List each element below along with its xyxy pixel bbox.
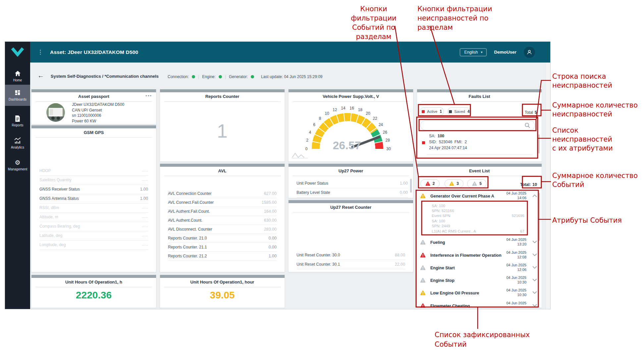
sidebar-item-analytics[interactable]: Analytics [5, 133, 30, 154]
sidebar-item-label: Management [8, 167, 27, 171]
scrollbar-thumb[interactable] [538, 134, 540, 154]
card-title: Faults List [417, 94, 542, 99]
asset-type: CAN UP/ Genset [72, 108, 124, 113]
app-window: Home Dashboards Reports Analytics [5, 41, 551, 309]
warning-triangle-red-icon [420, 252, 426, 258]
divider [293, 212, 409, 212]
row-label: Compass Bearing, deg [39, 224, 80, 229]
card-strip [289, 89, 413, 92]
reports-icon [14, 115, 21, 122]
chevron-down-icon[interactable] [532, 240, 537, 243]
home-icon [14, 70, 21, 77]
chevron-down-icon[interactable] [532, 266, 537, 269]
row-value: 0.00 [269, 245, 277, 249]
chevron-down-icon[interactable] [532, 291, 537, 294]
total-value: 5 [535, 110, 537, 115]
scrollbar-thumb[interactable] [410, 179, 412, 193]
event-date: 04 Jun 2025 [506, 288, 526, 292]
events-filter-info-button[interactable]: 5 [467, 179, 487, 188]
filter-label: Active [427, 110, 437, 113]
sidebar-item-label: Reports [12, 123, 23, 127]
sparkline-icon[interactable] [291, 151, 311, 159]
chevron-up-icon[interactable] [532, 194, 537, 198]
sidebar-item-label: Dashboards [9, 98, 27, 101]
status-dot-connection [192, 75, 195, 78]
event-attr-sa: SA: 100 [432, 204, 445, 208]
analytics-icon [14, 137, 21, 144]
divider: | [225, 74, 226, 79]
divider [293, 101, 409, 102]
sidebar-item-reports[interactable]: Reports [5, 112, 30, 130]
row-value: 88.00 [395, 253, 405, 257]
divider [35, 101, 152, 102]
chevron-down-icon[interactable] [532, 278, 537, 282]
scrollbar-track[interactable] [546, 63, 550, 309]
row-label: AVL Connect.Fail.Counter [168, 200, 214, 205]
sidebar-item-dashboards[interactable]: Dashboards [5, 85, 30, 106]
svg-text:14: 14 [341, 106, 346, 110]
search-icon[interactable] [524, 122, 530, 128]
svg-text:18: 18 [358, 108, 363, 112]
annotation-faults-list: Список неисправностей с их атрибутами [552, 126, 613, 153]
event-title: Interference in Flowmeter Operation [430, 253, 502, 258]
row-label: AVL Connection Counter [168, 191, 211, 196]
chevron-down-icon[interactable] [532, 304, 537, 307]
row-value: 1585.00 [262, 200, 277, 205]
events-filter-warning-button[interactable]: 3 [445, 179, 463, 188]
divider [421, 176, 538, 176]
chevron-down-icon[interactable] [532, 253, 537, 256]
card-strip [31, 89, 156, 92]
divider [164, 176, 281, 176]
card-avl: AVL AVL Connection Counter627.00 AVL Con… [160, 163, 285, 272]
annotation-events-list: Список зафиксированных Событий [435, 330, 530, 349]
divider [421, 101, 538, 102]
row-label: Latitude, deg [39, 233, 62, 238]
ellipsis-menu-icon[interactable]: ••• [145, 93, 152, 98]
card-gsm-gps: GSM GPS HDOP---- Satellites Quantity----… [31, 125, 156, 272]
avatar[interactable] [524, 47, 535, 58]
row-label: Unit Power Status [296, 181, 328, 186]
row-label: AVL Authent.Count. [168, 218, 202, 223]
row-value: 164.00 [264, 209, 277, 214]
app-logo[interactable] [5, 42, 30, 62]
asset-serial: sn 11001000006 [72, 113, 124, 118]
sidebar-item-management[interactable]: ⚙ Management [5, 155, 30, 175]
table-row: Satellites Quantity---- [39, 175, 148, 185]
svg-text:26: 26 [383, 130, 388, 135]
username[interactable]: DemoUser [494, 50, 516, 55]
table-row: Longitude, deg---- [39, 240, 148, 250]
events-filter-critical-button[interactable]: 2 [420, 179, 440, 188]
svg-text:16: 16 [349, 106, 354, 110]
divider [35, 137, 152, 138]
faults-filter-active-button[interactable]: Active 1 [420, 107, 444, 116]
scrollbar-thumb[interactable] [538, 193, 540, 241]
event-time: 14:06 [517, 196, 526, 200]
reports-counter-value: 1 [160, 120, 285, 142]
kebab-menu-icon[interactable]: ⋮ [37, 49, 43, 56]
faults-filter-saved-button[interactable]: Saved 4 [448, 107, 471, 116]
event-date: 04 Jun 2025 [506, 250, 526, 254]
card-asset-passport: Asset passport ••• JDeer UX32/DATAKOM D5… [31, 89, 156, 124]
status-label: Generator: [229, 74, 248, 79]
annotation-faults-total: Суммарное количество неисправностей [552, 101, 638, 119]
divider [164, 287, 281, 287]
card-title: Unit Hours Of Operation1, hour [160, 280, 285, 285]
warning-triangle-yellow-icon [420, 290, 426, 295]
content: ← System Self-Diagnostics / *Communicati… [30, 63, 550, 309]
card-title: AVL [160, 168, 285, 173]
warning-triangle-red-icon [425, 181, 430, 186]
row-value: 630.00 [264, 218, 277, 223]
fault-sid-fmi: SID: 523046 FMI: 2 [429, 140, 467, 144]
sidebar-item-home[interactable]: Home [5, 67, 30, 85]
language-select[interactable]: English ▾ [460, 48, 487, 56]
svg-text:12: 12 [333, 108, 337, 112]
table-row: GNSS Receiver Status1.00 [39, 185, 148, 194]
card-strip [160, 164, 285, 167]
event-time: 10:30 [517, 280, 526, 284]
gear-icon: ⚙ [14, 159, 21, 166]
row-value: 22.00 [395, 262, 405, 267]
faults-search-input[interactable] [420, 120, 535, 130]
card-title: Up27 Power [289, 168, 413, 173]
table-row: Unit Reset Counter. 30.088.00 [296, 250, 405, 260]
back-button[interactable]: ← [37, 72, 44, 79]
